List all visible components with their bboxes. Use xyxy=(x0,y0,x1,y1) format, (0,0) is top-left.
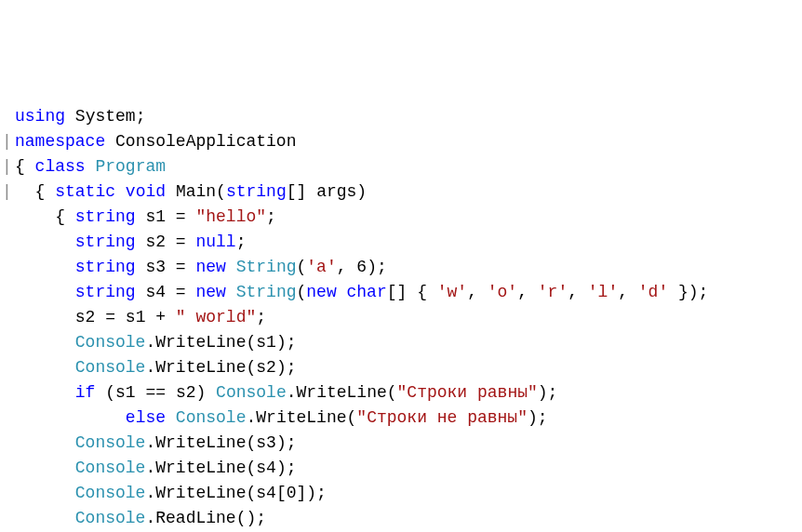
code-line: { string s1 = "hello"; xyxy=(2,205,800,230)
gutter xyxy=(2,506,15,531)
gutter xyxy=(2,280,15,305)
code-line: | { static void Main(string[] args) xyxy=(2,180,800,205)
gutter: | xyxy=(2,129,15,154)
code-line: |{ class Program xyxy=(2,154,800,180)
gutter xyxy=(2,305,15,330)
gutter xyxy=(2,355,15,380)
code-line: Console.WriteLine(s1); xyxy=(2,330,800,355)
code-line: string s2 = null; xyxy=(2,230,800,255)
code-line: Console.WriteLine(s2); xyxy=(2,355,800,380)
code-line: using System; xyxy=(2,104,800,129)
code-line: |namespace ConsoleApplication xyxy=(2,129,800,154)
gutter: | xyxy=(2,180,15,205)
gutter xyxy=(2,380,15,406)
gutter xyxy=(2,104,15,129)
code-line: s2 = s1 + " world"; xyxy=(2,305,800,330)
gutter: | xyxy=(2,154,15,180)
gutter xyxy=(2,255,15,280)
gutter xyxy=(2,330,15,355)
gutter xyxy=(2,205,15,230)
code-line: Console.WriteLine(s3); xyxy=(2,431,800,456)
gutter xyxy=(2,431,15,456)
code-line: Console.WriteLine(s4); xyxy=(2,456,800,481)
gutter xyxy=(2,406,15,431)
code-line: Console.WriteLine(s4[0]); xyxy=(2,481,800,506)
gutter xyxy=(2,456,15,481)
code-line: Console.ReadLine(); xyxy=(2,506,800,531)
code-line: string s3 = new String('a', 6); xyxy=(2,255,800,280)
gutter xyxy=(2,230,15,255)
code-line: string s4 = new String(new char[] { 'w',… xyxy=(2,280,800,305)
code-line: if (s1 == s2) Console.WriteLine("Строки … xyxy=(2,380,800,406)
code-editor[interactable]: using System;|namespace ConsoleApplicati… xyxy=(2,104,800,532)
gutter xyxy=(2,481,15,506)
code-line: else Console.WriteLine("Строки не равны"… xyxy=(2,406,800,431)
